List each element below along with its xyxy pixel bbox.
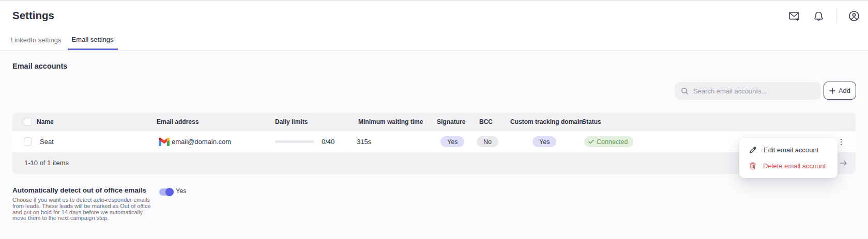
pencil-icon (749, 146, 757, 154)
status-label: Connected (597, 138, 628, 146)
edit-email-account-label: Edit email account (764, 146, 818, 154)
search-email-accounts[interactable] (675, 82, 821, 100)
trash-icon (749, 162, 756, 170)
row-email-address: email@domain.com (172, 131, 231, 152)
delete-email-account-label: Delete email account (763, 162, 826, 170)
table-header-row: Name Email address Daily limits Minimum … (12, 113, 856, 131)
table-footer-row: 1-10 of 1 items (12, 152, 856, 174)
column-daily-limits: Daily limits (275, 113, 308, 131)
topbar-divider (836, 8, 836, 24)
column-minimum-waiting-time: Minimum waiting time (358, 113, 423, 131)
gmail-icon (159, 138, 170, 146)
kebab-menu-icon[interactable] (836, 136, 846, 148)
custom-tracking-domain-badge: Yes (532, 136, 556, 147)
bell-icon[interactable] (812, 9, 825, 23)
select-all-checkbox[interactable] (24, 118, 32, 126)
out-of-office-description: Choose if you want us to detect auto-res… (12, 197, 150, 221)
description-line: from leads. These leads will be marked a… (12, 203, 150, 210)
bcc-badge: No (477, 136, 498, 147)
column-status: Status (582, 113, 601, 131)
add-email-account-button[interactable]: Add (824, 82, 856, 100)
toggle-knob (165, 188, 174, 196)
daily-limits-progress-bar (275, 140, 314, 143)
out-of-office-toggle-label: Yes (176, 187, 186, 195)
out-of-office-title: Automatically detect out of office email… (12, 186, 146, 194)
search-input[interactable] (693, 87, 815, 95)
column-custom-tracking-domain: Custom tracking domain (510, 113, 583, 131)
pagination-summary: 1-10 of 1 items (24, 152, 69, 174)
mail-plus-icon[interactable] (787, 9, 801, 23)
settings-tabs: LinkedIn settings Email settings (11, 36, 118, 50)
out-of-office-toggle[interactable] (159, 188, 173, 196)
plus-icon (829, 88, 835, 94)
topbar-icons (787, 8, 861, 24)
add-button-label: Add (839, 87, 850, 94)
delete-email-account-item[interactable]: Delete email account (739, 158, 837, 174)
row-minimum-waiting-time: 315s (357, 131, 371, 152)
check-icon (588, 139, 594, 144)
signature-badge: Yes (440, 136, 464, 147)
settings-page: Settings (0, 0, 868, 239)
description-line: move them to the next campaign step. (12, 215, 150, 221)
select-row-checkbox[interactable] (24, 137, 32, 146)
top-bar: Settings (0, 1, 868, 51)
status-badge: Connected (584, 136, 633, 147)
row-daily-limits: 0/40 (322, 131, 334, 152)
column-bcc: BCC (479, 113, 493, 131)
email-accounts-heading: Email accounts (12, 62, 67, 70)
row-actions-context-menu: Edit email account Delete email account (739, 138, 837, 178)
user-icon[interactable] (847, 9, 861, 23)
page-title: Settings (12, 9, 54, 22)
column-signature: Signature (437, 113, 465, 131)
tab-linkedin-settings[interactable]: LinkedIn settings (11, 36, 62, 50)
arrow-right-icon[interactable] (836, 156, 850, 170)
column-email-address: Email address (157, 113, 199, 131)
row-name: Seat (40, 131, 54, 152)
table-row: Seat email@domain.com 0/40 315s Yes No Y… (12, 131, 856, 152)
edit-email-account-item[interactable]: Edit email account (739, 142, 837, 158)
column-name: Name (37, 113, 54, 131)
email-accounts-table: Name Email address Daily limits Minimum … (12, 113, 856, 174)
tab-email-settings[interactable]: Email settings (68, 36, 118, 50)
search-icon (681, 87, 689, 95)
